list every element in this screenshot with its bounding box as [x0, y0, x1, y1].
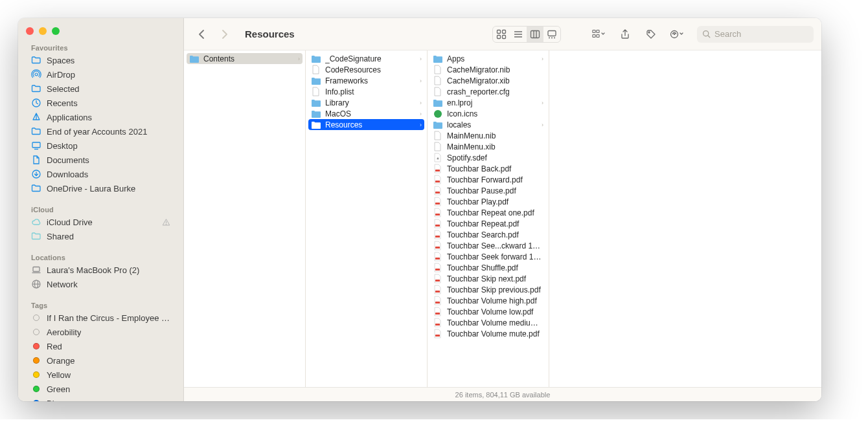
file-item[interactable]: Touchbar Play.pdf: [428, 196, 549, 207]
chevron-right-icon: ›: [420, 122, 422, 128]
svg-rect-42: [435, 225, 440, 227]
sidebar-item[interactable]: Selected: [18, 82, 183, 96]
file-item[interactable]: Contents›: [187, 53, 303, 64]
view-columns-button[interactable]: [527, 27, 543, 42]
sidebar-item[interactable]: OneDrive - Laura Burke: [18, 181, 183, 195]
svg-rect-22: [548, 30, 556, 36]
file-item[interactable]: CacheMigrator.nib: [428, 64, 549, 75]
group-by-menu[interactable]: [591, 27, 608, 42]
view-gallery-button[interactable]: [543, 27, 560, 42]
sidebar-item[interactable]: Red: [18, 339, 183, 353]
tags-button[interactable]: [643, 27, 659, 42]
file-item[interactable]: MacOS›: [306, 108, 427, 119]
sidebar-item[interactable]: AirDrop: [18, 67, 183, 82]
svg-rect-12: [497, 30, 501, 33]
file-item[interactable]: MainMenu.xib: [428, 141, 549, 152]
sidebar-item[interactable]: Desktop: [18, 138, 183, 153]
main-area: Resources: [184, 18, 821, 401]
window-title: Resources: [245, 28, 295, 39]
file-item[interactable]: Touchbar Repeat one.pdf: [428, 207, 549, 218]
file-item[interactable]: Touchbar Forward.pdf: [428, 174, 549, 185]
file-item[interactable]: Info.plist: [306, 86, 427, 97]
search-field[interactable]: Search: [697, 26, 814, 43]
sidebar-item[interactable]: Laura's MacBook Pro (2): [18, 263, 183, 277]
file-item[interactable]: Touchbar Shuffle.pdf: [428, 262, 549, 273]
sidebar-item[interactable]: Orange: [18, 353, 183, 368]
file-item[interactable]: _CodeSignature›: [306, 53, 427, 64]
file-item[interactable]: locales›: [428, 119, 549, 130]
zoom-window-button[interactable]: [52, 27, 60, 35]
file-item[interactable]: #Spotify.sdef: [428, 152, 549, 163]
column: _CodeSignature›CodeResourcesFrameworks›I…: [306, 50, 428, 387]
file-item[interactable]: Frameworks›: [306, 75, 427, 86]
tag-icon: [31, 398, 41, 401]
pdf-icon: [433, 318, 443, 328]
tag-icon: [31, 384, 41, 394]
file-item[interactable]: Touchbar Back.pdf: [428, 163, 549, 174]
minimize-window-button[interactable]: [39, 27, 47, 35]
sidebar-item[interactable]: End of year Accounts 2021: [18, 124, 183, 138]
file-item[interactable]: Touchbar See...ckward 15.pdf: [428, 240, 549, 251]
file-item[interactable]: Touchbar Search.pdf: [428, 229, 549, 240]
icns-icon: [433, 109, 443, 119]
sidebar-item[interactable]: If I Ran the Circus - Employee brainstor…: [18, 311, 183, 325]
file-item[interactable]: Touchbar Seek forward 15.pdf: [428, 251, 549, 262]
chevron-right-icon: ›: [420, 78, 422, 84]
file-item[interactable]: Resources›: [308, 119, 424, 130]
close-window-button[interactable]: [26, 27, 34, 35]
file-item[interactable]: Touchbar Repeat.pdf: [428, 218, 549, 229]
file-item[interactable]: Library›: [306, 97, 427, 108]
sidebar-item-label: Shared: [47, 232, 74, 241]
sidebar-item[interactable]: Green: [18, 382, 183, 396]
folder-icon: [311, 76, 321, 86]
file-item[interactable]: Touchbar Volume high.pdf: [428, 295, 549, 306]
sidebar-item[interactable]: iCloud Drive: [18, 215, 183, 229]
svg-rect-29: [597, 34, 599, 37]
svg-rect-2: [32, 142, 40, 148]
action-menu[interactable]: [668, 27, 685, 42]
folder-icon: [433, 98, 443, 108]
file-item[interactable]: Touchbar Volume low.pdf: [428, 306, 549, 317]
sidebar-item[interactable]: Shared: [18, 229, 183, 243]
pdf-icon: [433, 252, 443, 262]
file-item[interactable]: Touchbar Skip next.pdf: [428, 273, 549, 284]
svg-rect-39: [435, 192, 440, 193]
chevron-right-icon: ›: [542, 56, 543, 62]
file-item[interactable]: Icon.icns: [428, 108, 549, 119]
sidebar-item[interactable]: Applications: [18, 110, 183, 124]
file-item[interactable]: CacheMigrator.xib: [428, 75, 549, 86]
view-icons-button[interactable]: [493, 27, 510, 42]
desktop-icon: [31, 140, 41, 151]
file-item[interactable]: en.lproj›: [428, 97, 549, 108]
file-item[interactable]: Touchbar Volume mute.pdf: [428, 328, 549, 339]
file-item[interactable]: Touchbar Skip previous.pdf: [428, 284, 549, 295]
column: Contents›: [184, 50, 306, 387]
file-item[interactable]: Touchbar Pause.pdf: [428, 185, 549, 196]
svg-rect-50: [435, 313, 440, 315]
svg-rect-13: [503, 30, 506, 33]
file-item[interactable]: Apps›: [428, 53, 549, 64]
file-item[interactable]: Touchbar Volume medium.pdf: [428, 317, 549, 328]
view-list-button[interactable]: [510, 27, 527, 42]
back-button[interactable]: [196, 28, 207, 40]
sidebar-item[interactable]: Downloads: [18, 167, 183, 181]
share-button[interactable]: [617, 27, 634, 42]
sidebar-item[interactable]: Spaces: [18, 53, 183, 67]
nav-buttons: [196, 28, 231, 40]
file-item[interactable]: MainMenu.nib: [428, 130, 549, 141]
sidebar-item[interactable]: Yellow: [18, 368, 183, 382]
download-icon: [31, 169, 41, 179]
sidebar-item[interactable]: Network: [18, 277, 183, 291]
file-item[interactable]: CodeResources: [306, 64, 427, 75]
sidebar-item[interactable]: Documents: [18, 153, 183, 167]
finder-window: FavouritesSpacesAirDropSelectedRecentsAp…: [18, 18, 821, 401]
sidebar-item[interactable]: Blue: [18, 396, 183, 401]
sidebar-item[interactable]: Aerobility: [18, 325, 183, 339]
sidebar-item[interactable]: Recents: [18, 96, 183, 110]
file-item[interactable]: crash_reporter.cfg: [428, 86, 549, 97]
folder-icon: [31, 183, 41, 193]
chevron-right-icon: ›: [420, 56, 422, 62]
forward-button[interactable]: [219, 28, 231, 40]
sidebar-item-label: AirDrop: [47, 70, 75, 80]
folder-icon: [311, 109, 321, 119]
